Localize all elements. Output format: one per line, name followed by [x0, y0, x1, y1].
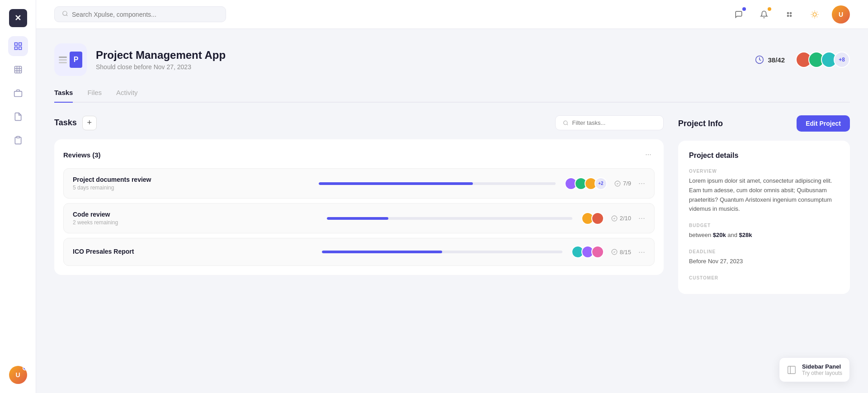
layout-hint-text: Sidebar Panel Try other layouts: [802, 363, 842, 376]
info-text-budget: between $20k and $28k: [689, 231, 839, 240]
info-label-budget: BUDGET: [689, 223, 839, 228]
project-info-text: Project Management App Should close befo…: [96, 49, 226, 71]
task-progress-bar-0: [319, 182, 556, 185]
topbar-actions: U: [731, 5, 850, 24]
search-box[interactable]: [54, 6, 226, 22]
task-avatars-2: [571, 246, 604, 258]
tasks-header: Tasks +: [54, 115, 664, 130]
sidebar-item-briefcase[interactable]: [8, 83, 28, 103]
tab-files[interactable]: Files: [87, 89, 102, 103]
layout-hint-icon: [787, 365, 797, 375]
add-task-button[interactable]: +: [82, 116, 97, 130]
svg-point-14: [790, 12, 792, 14]
chat-icon-btn[interactable]: [731, 6, 747, 23]
filter-input-wrap[interactable]: [555, 115, 664, 130]
avatar-online-dot: [23, 366, 27, 370]
task-more-btn-0[interactable]: ···: [638, 179, 645, 188]
logo-icon: ✕: [14, 13, 21, 23]
theme-icon-btn[interactable]: [807, 6, 823, 23]
svg-rect-0: [14, 43, 17, 46]
sidebar-item-document[interactable]: [8, 107, 28, 127]
project-header-left: P Project Management App Should close be…: [54, 43, 226, 76]
member-avatar-more: +8: [834, 52, 850, 68]
search-icon: [62, 10, 68, 18]
task-fraction-1: 2/10: [620, 215, 631, 222]
task-progress-bar-1: [327, 217, 572, 220]
tab-tasks[interactable]: Tasks: [54, 89, 73, 103]
task-progress-fill-2: [322, 251, 442, 253]
main-content: U P: [36, 0, 868, 393]
task-group-title: Reviews (3): [63, 151, 101, 159]
task-meta-1: 2/10 ···: [581, 212, 645, 225]
task-info-0: Project documents review 5 days remainin…: [73, 176, 310, 191]
project-subtitle: Should close before Nov 27, 2023: [96, 63, 226, 71]
svg-point-16: [790, 15, 792, 16]
svg-rect-9: [14, 91, 22, 97]
task-name-0: Project documents review: [73, 176, 310, 183]
project-info-panel: Project Info Edit Project Project detail…: [678, 115, 850, 379]
task-group-reviews: Reviews (3) ··· Project documents review…: [54, 139, 664, 275]
sidebar-item-clipboard[interactable]: [8, 130, 28, 150]
task-fraction: 38/42: [768, 56, 785, 64]
task-fraction-2: 8/15: [620, 249, 631, 256]
svg-rect-1: [19, 43, 21, 46]
svg-line-12: [66, 15, 68, 16]
check-circle-icon-0: [614, 180, 621, 187]
tab-activity[interactable]: Activity: [116, 89, 138, 103]
sidebar: ✕ U: [0, 0, 36, 393]
dashboard-icon: [14, 42, 23, 51]
svg-line-24: [812, 16, 812, 17]
filter-input[interactable]: [572, 119, 656, 126]
info-section-customer: CUSTOMER: [689, 275, 839, 280]
tasks-title: Tasks: [54, 118, 77, 128]
svg-rect-10: [16, 137, 19, 138]
task-info-1: Code review 2 weeks remaining: [73, 211, 318, 226]
project-info-header: Project Info Edit Project: [678, 115, 850, 132]
search-input[interactable]: [72, 11, 218, 18]
check-circle-icon-1: [611, 215, 618, 222]
task-count-badge-0: 7/9: [614, 180, 631, 187]
page-content: P Project Management App Should close be…: [36, 29, 868, 393]
sidebar-item-grid[interactable]: [8, 60, 28, 80]
task-more-btn-1[interactable]: ···: [638, 213, 645, 223]
task-progress-fill-1: [327, 217, 388, 220]
layout-hint-subtitle: Try other layouts: [802, 370, 842, 376]
task-due-1: 2 weeks remaining: [73, 219, 318, 226]
chat-badge: [742, 7, 746, 11]
sidebar-item-dashboard[interactable]: [8, 36, 28, 56]
info-section-budget: BUDGET between $20k and $28k: [689, 223, 839, 240]
svg-line-25: [817, 12, 817, 12]
task-avatar-0-more: +2: [594, 177, 607, 190]
tabs: Tasks Files Activity: [54, 89, 850, 103]
briefcase-icon: [14, 89, 23, 98]
project-icon: P: [54, 43, 87, 76]
notification-icon-btn[interactable]: [756, 6, 772, 23]
task-progress-wrap-1: [318, 217, 581, 220]
task-info-2: ICO Presales Report: [73, 248, 313, 256]
layout-hint[interactable]: Sidebar Panel Try other layouts: [779, 357, 850, 382]
task-progress-fill-0: [319, 182, 473, 185]
info-text-overview: Lorem ipsum dolor sit amet, consectetur …: [689, 176, 839, 214]
edit-project-button[interactable]: Edit Project: [797, 115, 850, 132]
task-card-2: ICO Presales Report: [63, 238, 655, 266]
apps-icon: [785, 10, 793, 19]
info-text-deadline: Before Nov 27, 2023: [689, 257, 839, 266]
layout-hint-title: Sidebar Panel: [802, 363, 842, 370]
user-avatar-topbar[interactable]: U: [832, 5, 850, 24]
task-avatars-1: [581, 212, 604, 225]
apps-icon-btn[interactable]: [781, 6, 797, 23]
task-more-btn-2[interactable]: ···: [638, 247, 645, 257]
task-count-display: 38/42: [755, 55, 785, 64]
topbar: U: [36, 0, 868, 29]
svg-point-11: [63, 11, 67, 15]
task-count-badge-1: 2/10: [611, 215, 631, 222]
task-meta-0: +2 7/9 ···: [565, 177, 645, 190]
grid-icon: [14, 65, 23, 74]
task-count-badge-2: 8/15: [611, 249, 631, 256]
clock-icon: [755, 55, 764, 64]
member-avatars: +8: [796, 52, 850, 68]
logo[interactable]: ✕: [9, 9, 27, 27]
sidebar-user-avatar[interactable]: U: [9, 366, 27, 384]
group-more-btn[interactable]: ···: [642, 148, 655, 161]
task-progress-wrap-0: [310, 182, 565, 185]
